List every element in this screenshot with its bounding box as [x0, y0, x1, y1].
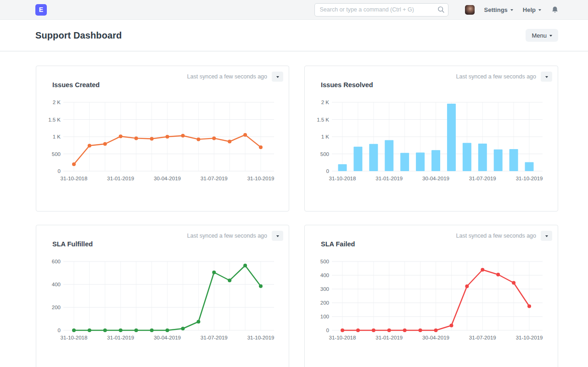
svg-text:0: 0	[326, 168, 329, 174]
svg-text:31-10-2019: 31-10-2019	[247, 176, 274, 181]
svg-text:31-10-2018: 31-10-2018	[61, 176, 88, 181]
svg-text:500: 500	[52, 151, 61, 157]
page-title: Support Dashboard	[35, 30, 122, 41]
svg-text:0: 0	[326, 328, 329, 333]
chart-card-issues-resolved: Last synced a few seconds ago Issues Res…	[304, 66, 558, 211]
issues-resolved-chart: 05001 K1.5 K2 K31-10-201831-01-201930-04…	[313, 97, 551, 188]
chevron-down-icon	[510, 9, 513, 11]
menu-button[interactable]: Menu	[526, 29, 558, 42]
svg-text:31-10-2018: 31-10-2018	[61, 335, 88, 340]
svg-text:31-10-2018: 31-10-2018	[329, 176, 356, 181]
chevron-down-icon	[276, 235, 279, 237]
help-dropdown[interactable]: Help	[523, 6, 541, 13]
chart-menu-button[interactable]	[272, 231, 283, 241]
svg-text:100: 100	[320, 314, 329, 319]
svg-text:31-10-2018: 31-10-2018	[329, 335, 356, 340]
top-navbar: E Settings Help	[0, 0, 588, 20]
last-synced-label: Last synced a few seconds ago	[456, 73, 536, 80]
svg-text:500: 500	[320, 151, 329, 157]
line-chart: 05001 K1.5 K2 K31-10-201831-01-201930-04…	[44, 97, 283, 186]
svg-text:31-07-2019: 31-07-2019	[469, 335, 496, 340]
chart-card-sla-failed: Last synced a few seconds ago SLA Failed…	[304, 225, 558, 367]
svg-text:400: 400	[320, 272, 329, 278]
app-logo[interactable]: E	[35, 4, 47, 16]
svg-text:31-01-2019: 31-01-2019	[375, 335, 403, 340]
svg-text:31-01-2019: 31-01-2019	[375, 176, 403, 181]
svg-text:2 K: 2 K	[321, 100, 330, 105]
svg-text:31-10-2019: 31-10-2019	[516, 176, 543, 181]
svg-text:31-07-2019: 31-07-2019	[201, 176, 228, 181]
svg-text:0: 0	[58, 168, 61, 174]
chevron-down-icon	[545, 235, 548, 237]
dashboard-body: Last synced a few seconds ago Issues Cre…	[36, 51, 558, 367]
svg-text:500: 500	[320, 259, 329, 264]
line-chart: 020040060031-10-201831-01-201930-04-2019…	[44, 256, 283, 345]
sla-failed-chart: 010020030040050031-10-201831-01-201930-0…	[313, 256, 551, 347]
chart-card-issues-created: Last synced a few seconds ago Issues Cre…	[36, 66, 289, 211]
chevron-down-icon	[545, 76, 548, 78]
chevron-down-icon	[538, 9, 541, 11]
chart-menu-button[interactable]	[541, 72, 552, 82]
chevron-down-icon	[276, 76, 279, 78]
chart-title: Issues Resolved	[321, 81, 373, 89]
menu-button-label: Menu	[532, 32, 547, 39]
bar-chart: 05001 K1.5 K2 K31-10-201831-01-201930-04…	[313, 97, 551, 186]
svg-text:300: 300	[320, 286, 329, 292]
search-icon	[437, 6, 445, 15]
page-header: Support Dashboard Menu	[0, 20, 588, 51]
sla-fulfilled-chart: 020040060031-10-201831-01-201930-04-2019…	[44, 256, 283, 347]
svg-text:2 K: 2 K	[53, 100, 61, 105]
search-input[interactable]	[314, 3, 448, 17]
svg-text:30-04-2019: 30-04-2019	[422, 335, 449, 340]
svg-text:600: 600	[52, 259, 61, 264]
chart-title: SLA Failed	[321, 240, 355, 248]
svg-text:400: 400	[52, 282, 61, 287]
svg-text:200: 200	[52, 305, 61, 310]
bell-icon[interactable]	[551, 6, 559, 14]
svg-text:30-04-2019: 30-04-2019	[154, 176, 181, 181]
chart-card-sla-fulfilled: Last synced a few seconds ago SLA Fulfil…	[36, 225, 289, 367]
last-synced-label: Last synced a few seconds ago	[187, 73, 267, 80]
svg-text:1 K: 1 K	[53, 134, 61, 139]
chart-title: SLA Fulfilled	[52, 240, 93, 248]
svg-text:31-07-2019: 31-07-2019	[201, 335, 228, 340]
issues-created-chart: 05001 K1.5 K2 K31-10-201831-01-201930-04…	[44, 97, 283, 188]
svg-text:1 K: 1 K	[321, 134, 330, 139]
help-label: Help	[523, 6, 536, 13]
svg-text:30-04-2019: 30-04-2019	[154, 335, 181, 340]
svg-text:1.5 K: 1.5 K	[317, 117, 329, 122]
last-synced-label: Last synced a few seconds ago	[456, 233, 536, 239]
svg-text:31-01-2019: 31-01-2019	[107, 176, 134, 181]
chart-menu-button[interactable]	[272, 72, 283, 82]
settings-dropdown[interactable]: Settings	[484, 6, 513, 13]
avatar[interactable]	[465, 5, 475, 15]
svg-text:200: 200	[320, 300, 329, 306]
svg-text:31-10-2019: 31-10-2019	[516, 335, 543, 340]
svg-text:1.5 K: 1.5 K	[48, 117, 61, 122]
svg-text:0: 0	[58, 328, 61, 333]
line-chart: 010020030040050031-10-201831-01-201930-0…	[313, 256, 551, 345]
chart-menu-button[interactable]	[541, 231, 552, 241]
chevron-down-icon	[549, 35, 552, 37]
svg-text:31-10-2019: 31-10-2019	[247, 335, 274, 340]
svg-text:31-07-2019: 31-07-2019	[469, 176, 496, 181]
chart-title: Issues Created	[52, 81, 100, 89]
svg-text:31-01-2019: 31-01-2019	[107, 335, 134, 340]
global-search	[314, 3, 448, 17]
svg-text:30-04-2019: 30-04-2019	[422, 176, 449, 181]
last-synced-label: Last synced a few seconds ago	[187, 233, 267, 239]
settings-label: Settings	[484, 6, 508, 13]
